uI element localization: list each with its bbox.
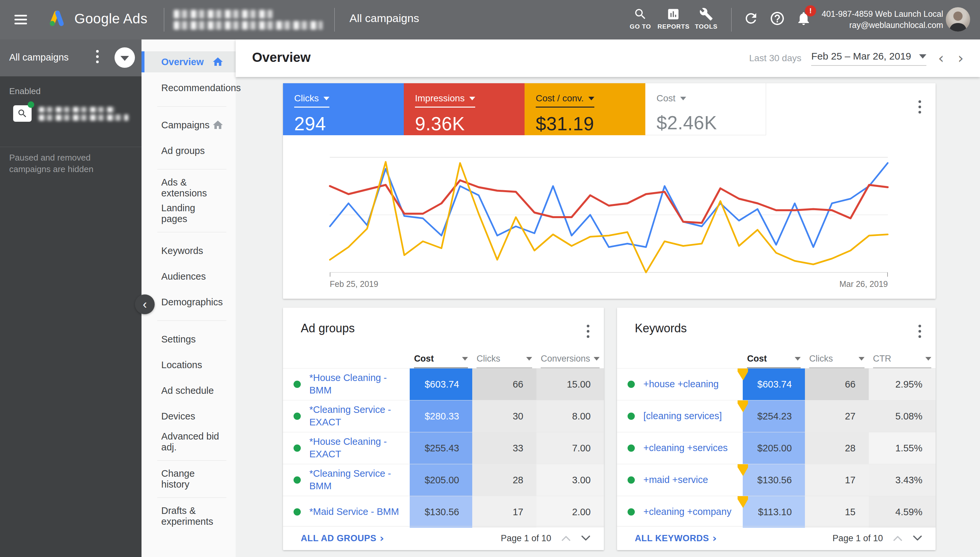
keyword-name-link[interactable]: +cleaning +company bbox=[643, 506, 736, 518]
scorecard-impressions[interactable]: Impressions9.36K bbox=[404, 83, 525, 135]
account-info[interactable]: 401-987-4859 Web Launch Local ray@weblau… bbox=[822, 8, 943, 31]
ad-group-name-link[interactable]: *Maid Service - BMM bbox=[309, 506, 403, 518]
sidebar-item-overview[interactable]: Overview bbox=[142, 51, 236, 72]
keyword-column-header-cost[interactable]: Cost bbox=[747, 350, 801, 368]
keyword-column-header-clicks[interactable]: Clicks bbox=[809, 350, 864, 368]
ad-group-name-link[interactable]: *House Cleaning - EXACT bbox=[309, 436, 410, 460]
home-icon bbox=[212, 56, 224, 68]
sidebar-item-recommendations[interactable]: Recommendations bbox=[142, 75, 236, 101]
sidebar-item-drafts-experiments[interactable]: Drafts & experiments bbox=[142, 503, 236, 529]
sidebar-item-ad-groups[interactable]: Ad groups bbox=[142, 138, 236, 163]
clicks-cell: 17 bbox=[805, 464, 869, 496]
scorecard-metric-selector[interactable]: Cost / conv. bbox=[536, 93, 594, 107]
keywords-card-menu-icon[interactable] bbox=[918, 325, 921, 338]
scorecard-label: Cost bbox=[657, 93, 676, 104]
sidebar-item-devices[interactable]: Devices bbox=[142, 403, 236, 429]
campaign-panel-collapse-button[interactable] bbox=[114, 47, 135, 68]
sidebar-item-ads-extensions[interactable]: Ads & extensions bbox=[142, 175, 236, 201]
sidebar-item-demographics[interactable]: Demographics bbox=[142, 289, 236, 315]
scorecard-metric-selector[interactable]: Clicks bbox=[294, 93, 329, 107]
nav-divider bbox=[157, 497, 227, 498]
sidebar-item-landing-pages[interactable]: Landing pages bbox=[142, 201, 236, 226]
row-name-cell: *Maid Service - BMM bbox=[283, 496, 410, 528]
chevron-right-icon: › bbox=[380, 532, 384, 544]
sidebar-item-locations[interactable]: Locations bbox=[142, 352, 236, 378]
tools-button[interactable]: TOOLS bbox=[690, 7, 722, 30]
sidebar-item-settings[interactable]: Settings bbox=[142, 326, 236, 352]
performance-chart[interactable] bbox=[330, 155, 888, 277]
menu-icon[interactable] bbox=[15, 13, 28, 27]
sidebar-item-label: Locations bbox=[161, 360, 202, 370]
keywords-page-indicator: Page 1 of 10 bbox=[833, 533, 883, 544]
topbar-divider bbox=[164, 8, 164, 32]
ad-groups-prev-page-button[interactable] bbox=[561, 535, 571, 542]
ad-groups-card-menu-icon[interactable] bbox=[587, 325, 589, 338]
scorecard-metric-selector[interactable]: Cost bbox=[657, 93, 686, 107]
row-name-cell: [cleaning services] bbox=[617, 401, 743, 432]
notifications-bell-icon[interactable]: ! bbox=[796, 11, 812, 26]
keyword-name-link[interactable]: +house +cleaning bbox=[643, 378, 723, 391]
scorecard-label: Impressions bbox=[415, 93, 465, 104]
sidebar-item-change-history[interactable]: Change history bbox=[142, 466, 236, 492]
hidden-campaigns-note: Paused and removed campaigns are hidden bbox=[9, 152, 131, 175]
scorecard-cost[interactable]: Cost$2.46K bbox=[645, 83, 766, 135]
ad-group-name-link[interactable]: *Cleaning Service - EXACT bbox=[309, 404, 410, 428]
keyword-table-row: +maid +service$130.56173.43% bbox=[617, 464, 936, 496]
keywords-next-page-button[interactable] bbox=[913, 535, 923, 542]
sidebar-item-label: Drafts & experiments bbox=[161, 505, 224, 528]
scorecard-clicks[interactable]: Clicks294 bbox=[283, 83, 404, 135]
home-icon bbox=[212, 119, 224, 131]
all-keywords-link[interactable]: ALL KEYWORDS› bbox=[635, 532, 717, 544]
ad-groups-next-page-button[interactable] bbox=[581, 535, 591, 542]
metric-cell: 5.08% bbox=[869, 401, 936, 432]
cost-cell: $130.56 bbox=[410, 496, 472, 528]
ad-group-name-link[interactable]: *Cleaning Service - BMM bbox=[309, 467, 410, 492]
keyword-name-link[interactable]: +cleaning +services bbox=[643, 442, 732, 454]
ad-groups-card: Ad groups CostClicksConversions *House C… bbox=[283, 308, 604, 550]
chart-card-menu-icon[interactable] bbox=[918, 100, 921, 114]
status-enabled-dot bbox=[628, 412, 635, 420]
keyword-name-link[interactable]: +maid +service bbox=[643, 474, 713, 486]
nav-divider bbox=[157, 321, 227, 321]
sidebar-item-label: Ad groups bbox=[161, 145, 205, 156]
sidebar-item-audiences[interactable]: Audiences bbox=[142, 264, 236, 289]
ad-group-column-header-clicks[interactable]: Clicks bbox=[476, 350, 532, 368]
sidebar-item-label: Demographics bbox=[161, 297, 223, 308]
sidebar-item-advanced-bid-adj[interactable]: Advanced bid adj. bbox=[142, 429, 236, 455]
keyword-name-link[interactable]: [cleaning services] bbox=[643, 410, 727, 422]
metric-cell: 2.95% bbox=[869, 368, 936, 400]
status-enabled-dot bbox=[294, 445, 301, 452]
clicks-cell: 33 bbox=[472, 432, 536, 464]
nav-collapse-button[interactable]: ‹ bbox=[135, 295, 155, 314]
row-name-cell: *Cleaning Service - BMM bbox=[283, 464, 410, 496]
keyword-column-header-ctr[interactable]: CTR bbox=[873, 350, 931, 368]
avatar[interactable] bbox=[946, 7, 970, 32]
ad-group-name-link[interactable]: *House Cleaning - BMM bbox=[309, 372, 410, 396]
help-icon[interactable] bbox=[770, 11, 785, 26]
metric-cell: 1.55% bbox=[869, 432, 936, 464]
scorecard-cost-conv[interactable]: Cost / conv.$31.19 bbox=[525, 83, 645, 135]
column-spacer bbox=[617, 350, 743, 368]
reports-button[interactable]: REPORTS bbox=[657, 7, 689, 30]
keyword-table-row: +cleaning +services$205.00281.55% bbox=[617, 432, 936, 464]
ad-group-column-header-conversions[interactable]: Conversions bbox=[541, 350, 600, 368]
go-to-button[interactable]: GO TO bbox=[625, 7, 656, 30]
sidebar-item-keywords[interactable]: Keywords bbox=[142, 238, 236, 264]
all-ad-groups-link[interactable]: ALL AD GROUPS› bbox=[301, 532, 384, 544]
campaign-enabled-dot bbox=[28, 101, 34, 108]
next-period-button[interactable]: › bbox=[956, 51, 965, 65]
ad-group-column-header-cost[interactable]: Cost bbox=[414, 350, 468, 368]
sidebar-item-ad-schedule[interactable]: Ad schedule bbox=[142, 378, 236, 403]
keywords-prev-page-button[interactable] bbox=[893, 535, 903, 542]
sidebar-item-campaigns[interactable]: Campaigns bbox=[142, 112, 236, 138]
campaign-panel-menu-icon[interactable] bbox=[96, 50, 99, 63]
date-range-picker[interactable]: Feb 25 – Mar 26, 2019 bbox=[811, 50, 926, 66]
sort-chevron-down-icon bbox=[859, 357, 864, 361]
google-ads-logo[interactable]: Google Ads bbox=[47, 8, 147, 29]
scorecard-metric-selector[interactable]: Impressions bbox=[415, 93, 475, 107]
clicks-cell: 28 bbox=[472, 464, 536, 496]
keywords-card-title: Keywords bbox=[635, 321, 687, 335]
refresh-icon[interactable] bbox=[743, 11, 759, 26]
previous-period-button[interactable]: ‹ bbox=[936, 51, 946, 65]
cost-cell: $255.43 bbox=[410, 432, 472, 464]
